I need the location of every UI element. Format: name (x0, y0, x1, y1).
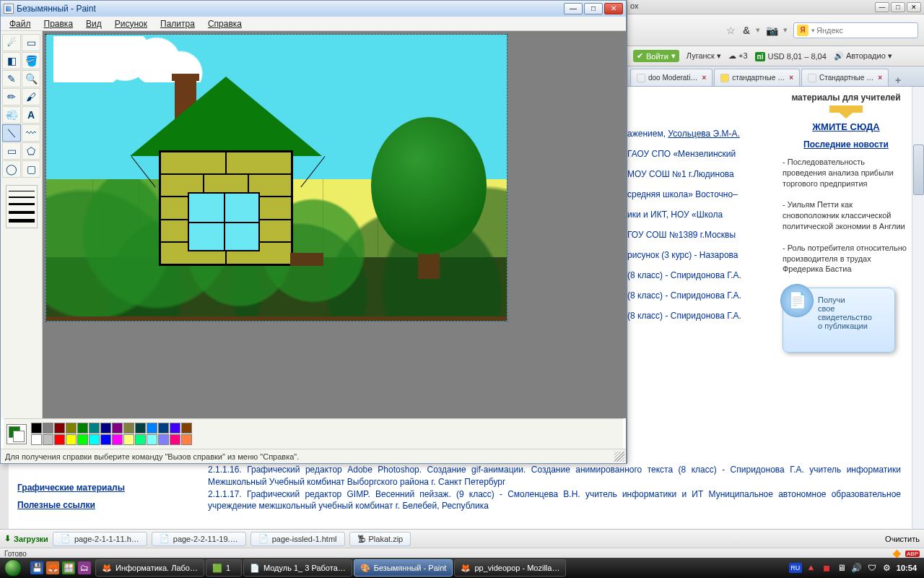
palette-color[interactable] (147, 423, 157, 434)
paint-minimize-button[interactable]: — (564, 3, 583, 14)
ql-icon[interactable]: 💾 (30, 561, 43, 574)
palette-color[interactable] (54, 434, 65, 445)
paint-maximize-button[interactable]: □ (584, 3, 603, 14)
tool-pencil[interactable]: ✏ (2, 88, 21, 105)
search-input[interactable] (815, 25, 918, 35)
start-button[interactable] (0, 558, 26, 578)
resize-grip-icon[interactable] (614, 452, 624, 462)
menu-view[interactable]: Вид (80, 17, 108, 30)
new-tab-button[interactable]: + (890, 74, 906, 86)
tool-rect-select[interactable]: ▭ (22, 34, 40, 51)
palette-color[interactable] (181, 423, 192, 434)
task-button[interactable]: 🟩 1 (206, 559, 242, 577)
paint-titlebar[interactable]: Безымянный - Paint — □ ✕ (1, 1, 626, 17)
palette-color[interactable] (158, 423, 169, 434)
paint-close-button[interactable]: ✕ (604, 3, 623, 14)
palette-color[interactable] (170, 434, 180, 445)
menu-help[interactable]: Справка (202, 17, 248, 30)
palette-color[interactable] (100, 434, 111, 445)
tool-text[interactable]: A (22, 106, 40, 124)
paint-canvas-scroll[interactable] (43, 31, 626, 418)
adblock-icon[interactable]: ABP (905, 551, 920, 557)
tool-brush[interactable]: 🖌 (22, 88, 40, 105)
ql-icon[interactable]: 🗂 (78, 561, 91, 574)
ql-icon[interactable]: 🪟 (62, 561, 75, 574)
browser-tab[interactable]: стандартные …× (714, 69, 800, 86)
downloads-label[interactable]: ⬇ Загрузки (4, 534, 48, 543)
firefox-close-button[interactable]: ✕ (907, 2, 921, 12)
palette-color[interactable] (135, 423, 146, 434)
menu-image[interactable]: Рисунок (109, 17, 153, 30)
bookmark-star-icon[interactable]: ☆ (725, 25, 737, 36)
palette-color[interactable] (158, 434, 169, 445)
tool-picker[interactable]: ✎ (2, 70, 21, 87)
tray-icon[interactable]: ⚙ (881, 562, 893, 574)
tray-volume-icon[interactable]: 🔊 (851, 562, 863, 574)
download-item[interactable]: 📄 page-2-1-1-11.h… (53, 532, 147, 546)
palette-color[interactable] (77, 434, 88, 445)
palette-color[interactable] (181, 434, 192, 445)
tool-curve[interactable]: 〰 (22, 124, 40, 142)
close-tab-icon[interactable]: × (702, 74, 706, 82)
dropdown-icon[interactable]: ▾ (783, 25, 788, 35)
tool-rectangle[interactable]: ▭ (2, 142, 21, 160)
side-link[interactable]: Графические материалы (17, 483, 176, 493)
palette-color[interactable] (123, 423, 134, 434)
menu-palette[interactable]: Палитра (154, 17, 201, 30)
tool-ellipse[interactable]: ◯ (2, 160, 21, 178)
search-box[interactable]: Я ▾ (793, 22, 918, 38)
firefox-minimize-button[interactable]: — (875, 2, 889, 12)
news-item[interactable]: - Последовательность проведения анализа … (783, 157, 910, 189)
tray-icon[interactable]: 🔺 (806, 562, 817, 574)
task-button[interactable]: 📄 Модуль 1_ 3 Работа… (243, 559, 352, 577)
palette-color[interactable] (77, 423, 88, 434)
tray-antivirus-icon[interactable]: 🛡 (866, 562, 878, 574)
paint-app-icon[interactable] (4, 4, 14, 14)
tool-rounded-rect[interactable]: ▢ (22, 160, 40, 178)
firefox-maximize-button[interactable]: □ (891, 2, 905, 12)
tool-eraser[interactable]: ◧ (2, 52, 21, 69)
weather-widget[interactable]: ☁ +3 (728, 51, 748, 61)
menu-edit[interactable]: Правка (38, 17, 79, 30)
tray-ati-icon[interactable]: ◼ (821, 562, 832, 574)
palette-color[interactable] (66, 434, 77, 445)
task-button[interactable]: 🦊 Информатика. Лабо… (95, 559, 204, 577)
palette-color[interactable] (54, 423, 65, 434)
tool-airbrush[interactable]: 💨 (2, 106, 21, 124)
taskbar-clock[interactable]: 10:54 (897, 564, 917, 572)
palette-color[interactable] (100, 423, 111, 434)
paint-canvas[interactable] (45, 34, 507, 322)
palette-color[interactable] (147, 434, 157, 445)
task-button[interactable]: 🦊 pp_videopop - Mozilla… (454, 559, 566, 577)
tool-options[interactable] (6, 185, 38, 228)
browser-tab[interactable]: doo Moderati…× (630, 69, 712, 86)
tool-fill[interactable]: 🪣 (22, 52, 40, 69)
palette-color[interactable] (123, 434, 134, 445)
tool-line[interactable]: ＼ (2, 124, 21, 142)
city-selector[interactable]: Луганск ▾ (687, 51, 721, 61)
language-indicator[interactable]: RU (789, 563, 802, 573)
download-item[interactable]: 📄 page-2-2-11-19.… (152, 532, 246, 546)
camera-icon[interactable]: 📷 (766, 25, 777, 36)
radio-widget[interactable]: 🔊 Авторадио ▾ (834, 51, 892, 61)
palette-color[interactable] (89, 423, 100, 434)
palette-color[interactable] (43, 434, 53, 445)
palette-color[interactable] (31, 434, 42, 445)
tray-network-icon[interactable]: 🖥 (836, 562, 847, 574)
certificate-badge[interactable]: 📄 Получи свое свидетельство о публикации (783, 288, 895, 353)
palette-color[interactable] (135, 434, 146, 445)
tool-polygon[interactable]: ⬠ (22, 142, 40, 160)
downloads-clear[interactable]: Очистить (885, 535, 920, 543)
menu-file[interactable]: Файл (4, 17, 37, 30)
news-item[interactable]: - Роль потребителя относительно производ… (783, 243, 910, 275)
status-icon[interactable]: 🔶 (892, 550, 901, 558)
task-button[interactable]: 🎨 Безымянный - Paint (354, 559, 453, 577)
tool-freeform-select[interactable]: ☄ (2, 34, 21, 51)
firefox-titlebar[interactable]: ox — □ ✕ (627, 0, 924, 14)
download-item[interactable]: 🗜 Plakat.zip (349, 532, 411, 546)
dropdown-icon[interactable]: ▾ (756, 25, 760, 35)
palette-color[interactable] (89, 434, 100, 445)
palette-color[interactable] (66, 423, 77, 434)
close-tab-icon[interactable]: × (789, 74, 793, 82)
login-button[interactable]: ✔ Войти ▾ (633, 50, 679, 62)
